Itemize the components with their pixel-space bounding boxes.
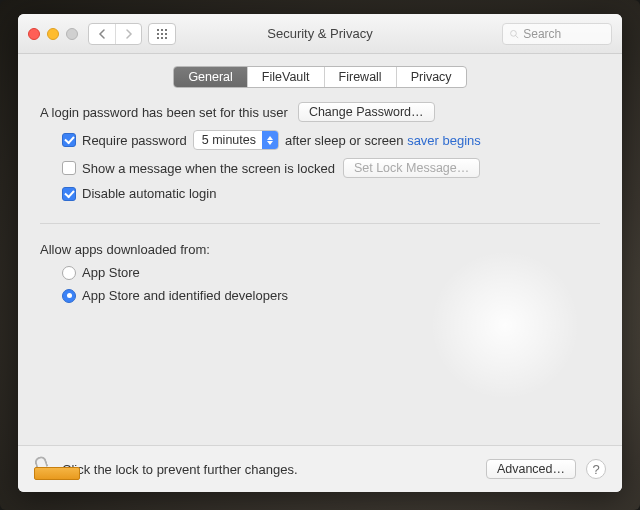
set-lock-message-button[interactable]: Set Lock Message… xyxy=(343,158,480,178)
zoom-window-button[interactable] xyxy=(66,28,78,40)
disable-auto-login-label: Disable automatic login xyxy=(82,186,216,201)
require-password-checkbox[interactable] xyxy=(62,133,76,147)
tab-filevault[interactable]: FileVault xyxy=(247,67,324,87)
preferences-window: Security & Privacy General FileVault Fir… xyxy=(18,14,622,492)
tab-bar: General FileVault Firewall Privacy xyxy=(18,66,622,88)
allow-apps-appstore-radio[interactable] xyxy=(62,266,76,280)
after-sleep-text: after sleep or screen xyxy=(285,133,404,148)
tab-general[interactable]: General xyxy=(174,67,246,87)
grid-icon xyxy=(156,28,168,40)
require-password-delay-value: 5 minutes xyxy=(202,133,256,147)
search-icon xyxy=(509,28,519,40)
search-field[interactable] xyxy=(502,23,612,45)
nav-segment xyxy=(88,23,142,45)
change-password-button[interactable]: Change Password… xyxy=(298,102,435,122)
require-password-label: Require password xyxy=(82,133,187,148)
footer: Click the lock to prevent further change… xyxy=(18,445,622,492)
allow-apps-header: Allow apps downloaded from: xyxy=(40,242,210,257)
svg-line-1 xyxy=(516,35,518,37)
titlebar: Security & Privacy xyxy=(18,14,622,54)
lock-icon[interactable] xyxy=(34,458,52,480)
require-password-delay-select[interactable]: 5 minutes xyxy=(193,130,279,150)
tab-privacy[interactable]: Privacy xyxy=(396,67,466,87)
section-divider xyxy=(40,223,600,224)
help-button[interactable]: ? xyxy=(586,459,606,479)
lock-hint-text: Click the lock to prevent further change… xyxy=(62,462,298,477)
allow-apps-identified-radio[interactable] xyxy=(62,289,76,303)
chevron-right-icon xyxy=(125,29,133,39)
allow-apps-appstore-label: App Store xyxy=(82,265,140,280)
search-input[interactable] xyxy=(523,27,605,41)
minimize-window-button[interactable] xyxy=(47,28,59,40)
stepper-icon xyxy=(262,131,278,149)
screensaver-link[interactable]: saver begins xyxy=(407,133,481,148)
chevron-left-icon xyxy=(98,29,106,39)
advanced-button[interactable]: Advanced… xyxy=(486,459,576,479)
show-lock-message-label: Show a message when the screen is locked xyxy=(82,161,335,176)
back-button[interactable] xyxy=(89,24,115,44)
show-all-button[interactable] xyxy=(148,23,176,45)
forward-button[interactable] xyxy=(115,24,141,44)
allow-apps-identified-label: App Store and identified developers xyxy=(82,288,288,303)
show-lock-message-checkbox[interactable] xyxy=(62,161,76,175)
disable-auto-login-checkbox[interactable] xyxy=(62,187,76,201)
window-controls xyxy=(28,28,78,40)
login-password-status: A login password has been set for this u… xyxy=(40,105,288,120)
close-window-button[interactable] xyxy=(28,28,40,40)
tab-firewall[interactable]: Firewall xyxy=(324,67,396,87)
